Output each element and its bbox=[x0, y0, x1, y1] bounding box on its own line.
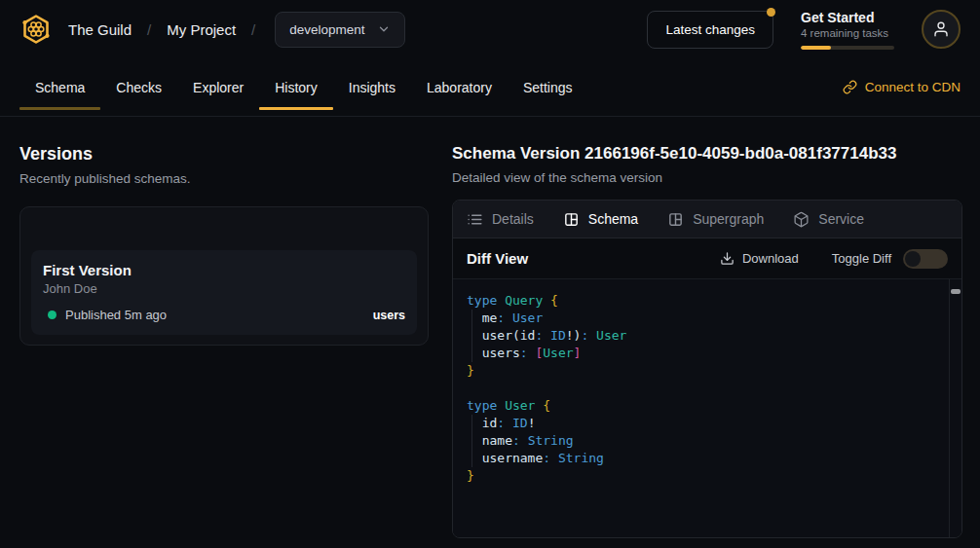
main-content: Versions Recently published schemas. Fir… bbox=[0, 117, 980, 538]
nav-tab-history[interactable]: History bbox=[259, 58, 333, 116]
nav-tab-checks[interactable]: Checks bbox=[100, 58, 177, 116]
connect-cdn-link[interactable]: Connect to CDN bbox=[843, 58, 961, 116]
tab-details[interactable]: Details bbox=[467, 211, 534, 228]
tab-label: Service bbox=[818, 211, 864, 227]
version-status: Published 5m ago bbox=[65, 308, 167, 322]
download-button[interactable]: Download bbox=[720, 251, 799, 266]
link-icon bbox=[843, 80, 857, 94]
versions-title: Versions bbox=[19, 144, 429, 164]
target-selector-button[interactable]: development bbox=[275, 12, 404, 48]
nav-tab-settings[interactable]: Settings bbox=[508, 58, 588, 116]
versions-subtitle: Recently published schemas. bbox=[19, 171, 429, 186]
avatar-button[interactable] bbox=[922, 10, 961, 49]
code-line bbox=[467, 380, 938, 397]
diff-controls: Download Toggle Diff bbox=[720, 249, 948, 269]
get-started-subtitle: 4 remaining tasks bbox=[801, 27, 894, 39]
target-selector-value: development bbox=[289, 22, 364, 37]
breadcrumb-separator: / bbox=[251, 21, 255, 38]
toggle-diff-switch[interactable] bbox=[903, 249, 948, 269]
get-started-progress bbox=[801, 46, 894, 50]
tab-schema[interactable]: Schema bbox=[563, 211, 638, 228]
download-icon bbox=[720, 251, 735, 266]
latest-changes-button[interactable]: Latest changes bbox=[647, 11, 773, 49]
code-line: } bbox=[467, 467, 938, 485]
detail-title: Schema Version 2166196f-5e10-4059-bd0a-0… bbox=[452, 144, 962, 164]
version-name: First Version bbox=[43, 262, 405, 278]
scrollbar[interactable] bbox=[949, 279, 961, 537]
scrollbar-thumb[interactable] bbox=[951, 289, 961, 294]
tab-service[interactable]: Service bbox=[793, 211, 864, 228]
detail-subtitle: Detailed view of the schema version bbox=[452, 170, 962, 185]
latest-changes-label: Latest changes bbox=[665, 22, 755, 37]
code-line: type User { bbox=[467, 397, 938, 415]
code-line: id: ID! bbox=[467, 415, 938, 432]
code-line: me: User bbox=[467, 310, 938, 327]
published-status-dot bbox=[48, 311, 57, 319]
code-lines: type Query { me: User user(id: ID!): Use… bbox=[467, 292, 938, 485]
versions-card: First Version John Doe Published 5m ago … bbox=[19, 206, 429, 346]
top-bar: The Guild / My Project / development Lat… bbox=[0, 0, 980, 58]
notification-dot bbox=[767, 8, 775, 17]
service-badge: users bbox=[373, 309, 405, 322]
schema-code-block[interactable]: type Query { me: User user(id: ID!): Use… bbox=[453, 279, 961, 537]
schema-panel: Details Schema Supergraph bbox=[452, 200, 962, 538]
code-line: users: [User] bbox=[467, 345, 938, 362]
version-author: John Doe bbox=[43, 281, 405, 296]
tab-label: Supergraph bbox=[693, 211, 764, 227]
breadcrumb: The Guild / My Project / development bbox=[19, 12, 405, 48]
list-icon bbox=[467, 211, 483, 228]
version-meta: Published 5m ago users bbox=[43, 308, 405, 322]
version-detail: Schema Version 2166196f-5e10-4059-bd0a-0… bbox=[452, 144, 962, 538]
header-actions: Latest changes Get Started 4 remaining t… bbox=[647, 10, 961, 50]
project-name[interactable]: My Project bbox=[167, 21, 236, 38]
tab-label: Schema bbox=[588, 211, 638, 227]
breadcrumb-separator: / bbox=[147, 21, 151, 38]
panels-icon bbox=[563, 211, 580, 228]
code-line: user(id: ID!): User bbox=[467, 327, 938, 345]
toggle-diff-label: Toggle Diff bbox=[832, 251, 891, 266]
user-icon bbox=[932, 20, 950, 38]
connect-cdn-label: Connect to CDN bbox=[865, 80, 961, 94]
nav-tab-explorer[interactable]: Explorer bbox=[177, 58, 259, 116]
download-label: Download bbox=[742, 251, 799, 266]
version-list-item[interactable]: First Version John Doe Published 5m ago … bbox=[31, 250, 417, 335]
panels-icon bbox=[667, 211, 684, 228]
get-started-progress-fill bbox=[801, 46, 831, 50]
indent-guide bbox=[471, 310, 472, 362]
code-line: type Query { bbox=[467, 292, 938, 310]
chevron-down-icon bbox=[377, 22, 391, 36]
target-nav: Schema Checks Explorer History Insights … bbox=[0, 58, 980, 117]
org-name[interactable]: The Guild bbox=[68, 21, 132, 38]
nav-tab-schema[interactable]: Schema bbox=[19, 58, 100, 116]
hive-logo-icon bbox=[19, 13, 53, 46]
nav-tab-laboratory[interactable]: Laboratory bbox=[411, 58, 508, 116]
code-line: } bbox=[467, 362, 938, 380]
get-started-widget[interactable]: Get Started 4 remaining tasks bbox=[801, 10, 894, 50]
versions-panel: Versions Recently published schemas. Fir… bbox=[19, 144, 429, 538]
diff-toolbar: Diff View Download Toggle Diff bbox=[453, 238, 961, 279]
toggle-knob bbox=[905, 251, 921, 267]
tab-label: Details bbox=[492, 211, 534, 227]
cube-icon bbox=[793, 211, 810, 228]
code-line: name: String bbox=[467, 432, 938, 450]
indent-guide bbox=[471, 415, 472, 467]
tab-supergraph[interactable]: Supergraph bbox=[667, 211, 764, 228]
detail-tabs: Details Schema Supergraph bbox=[453, 201, 961, 238]
diff-view-title: Diff View bbox=[467, 250, 528, 267]
nav-tab-insights[interactable]: Insights bbox=[333, 58, 411, 116]
get-started-title: Get Started bbox=[801, 10, 894, 25]
code-line: username: String bbox=[467, 450, 938, 467]
